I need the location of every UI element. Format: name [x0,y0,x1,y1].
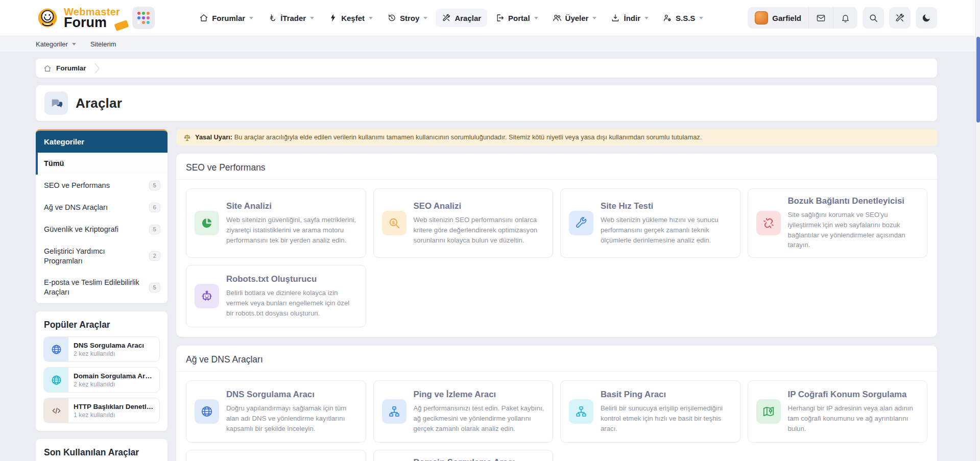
tool-card-site-analizi[interactable]: Site Analizi Web sitenizin güvenliğini, … [186,188,366,258]
popular-tools-panel: Popüler Araçlar DNS Sorgulama Aracı 2 ke… [36,311,168,431]
sitemap-icon [569,399,593,424]
users-icon [553,13,562,22]
popular-item-dns-sorgulama[interactable]: DNS Sorgulama Aracı 2 kez kullanıldı [43,336,160,362]
home-icon [199,13,208,22]
download-icon [611,13,620,22]
nav-item-uyeler[interactable]: Üyeler [546,9,603,27]
bolt-icon [328,13,338,22]
lira-icon [268,13,277,22]
search-button[interactable] [863,7,884,29]
username: Garfield [772,14,801,22]
divider [176,371,937,372]
scales-icon [183,134,191,141]
warning-label: Yasal Uyarı: [195,133,232,141]
avatar [755,11,768,25]
tool-card-bozuk-baglanti[interactable]: Bozuk Bağlantı Denetleyicisi Site sağlığ… [748,188,928,258]
seo-icon [382,211,407,235]
scrollbar-thumb[interactable] [976,37,980,123]
globe-icon [44,337,68,361]
apps-grid-icon [137,12,150,24]
scrollbar[interactable] [975,0,980,461]
sss-icon [663,13,672,22]
sidebar-item-guvenlik[interactable]: Güvenlik ve Kriptografi 5 [36,219,168,240]
breadcrumb: Forumlar [36,59,937,78]
recent-tools-title: Son Kullanılan Araçlar [44,447,159,458]
apps-grid-button[interactable] [132,7,155,29]
categories-panel: Kategoriler Tümü SEO ve Performans 5 [36,129,168,303]
popular-tools-title: Popüler Araçlar [44,320,159,330]
warning-text: Bu araçlar aracılığıyla elde edilen veri… [234,133,702,141]
moon-icon [921,13,931,23]
site-logo[interactable]: Webmaster Forum [36,6,120,30]
nav-item-araclar[interactable]: Araçlar [436,9,487,27]
popular-item-domain-sorgulama[interactable]: Domain Sorgulama Aracı 2 kez kullanıldı [43,367,160,393]
wrench-icon [569,211,593,235]
user-menu-button[interactable]: Garfield [748,7,808,29]
globe-icon [195,399,219,424]
history-icon [387,13,396,22]
tool-card-site-hiz-testi[interactable]: Site Hız Testi Web sitenizin yükleme hız… [560,188,740,258]
section-title: SEO ve Performans [186,162,927,173]
count-badge: 6 [149,203,160,212]
page-header: Araçlar [36,85,937,121]
tool-card-robots-txt[interactable]: Robots.txt Oluşturucu Belirli botlara ve… [186,265,366,327]
messages-button[interactable] [808,7,833,29]
unlink-icon [756,211,781,235]
count-badge: 5 [149,225,160,234]
nav-item-forumlar[interactable]: Forumlar [193,9,259,27]
tools-button[interactable] [889,7,911,29]
chevron-down-icon [72,43,76,45]
breadcrumb-separator-icon [94,62,100,75]
sidebar-item-eposta[interactable]: E-posta ve Teslim Edilebilirlik Araçları… [36,272,168,303]
chevron-down-icon [310,17,314,19]
popular-item-http-basliklari[interactable]: HTTP Başlıkları Denetleyicisi 1 kez kull… [43,398,160,423]
chevron-down-icon [423,17,427,19]
sitemap-icon [382,399,407,424]
chevron-down-icon [249,17,253,19]
notifications-button[interactable] [833,7,857,29]
code-icon [44,398,68,423]
breadcrumb-home-link[interactable]: Forumlar [56,64,86,72]
tool-card-ip-cografi[interactable]: IP Coğrafi Konum Sorgulama Herhangi bir … [748,380,928,443]
main-nav: Forumlar İTrader Keşfet Stroy [193,9,709,27]
tools-page-icon [44,91,68,115]
header: Webmaster Forum Forumlar İTrader Keşfet [0,0,980,36]
nav-item-portal[interactable]: Portal [489,9,544,27]
map-icon [756,399,781,424]
section-title: Ağ ve DNS Araçları [186,354,927,365]
tool-card-ping-izleme[interactable]: Ping ve İzleme Aracı Ağ performansınızı … [373,380,554,443]
page-title: Araçlar [76,95,122,111]
header-actions: Garfield [748,7,937,29]
nav-item-itrader[interactable]: İTrader [261,9,320,27]
tools-icon [895,13,905,23]
count-badge: 5 [149,181,160,190]
chevron-down-icon [699,17,703,19]
categories-dropdown[interactable]: Kategoriler [36,40,76,48]
dark-mode-button[interactable] [916,7,937,29]
tools-icon [442,13,451,22]
tool-card-dns-sorgulama[interactable]: DNS Sorgulama Aracı Doğru yapılandırmayı… [186,380,366,443]
logo-mascot-icon [36,6,59,30]
tool-card-seo-analizi[interactable]: SEO Analizi Web sitenizin SEO performans… [373,188,554,258]
nav-item-kesfet[interactable]: Keşfet [322,9,379,27]
count-badge: 5 [149,283,160,293]
nav-item-indir[interactable]: İndir [605,9,655,27]
tool-card-domain-sorgulama[interactable]: Domain Sorgulama Aracı Hızlı DNS yedekle… [373,450,554,461]
my-sites-link[interactable]: Sitelerim [90,40,116,48]
portal-icon [495,13,505,22]
legal-warning-banner: Yasal Uyarı: Bu araçlar aracılığıyla eld… [176,129,937,145]
sidebar-item-seo-performans[interactable]: SEO ve Performans 5 [36,175,168,197]
count-badge: 2 [149,251,160,261]
categories-panel-title: Kategoriler [36,131,168,153]
nav-item-sss[interactable]: S.S.S [657,9,709,27]
robot-icon [195,284,219,308]
sidebar-item-ag-dns[interactable]: Ağ ve DNS Araçları 6 [36,197,168,219]
tool-card-domain-whois[interactable]: Domain Whois Aracı Alan adı kayıt bilgil… [186,450,366,461]
sidebar-item-gelistirici[interactable]: Geliştirici Yardımcı Programları 2 [36,240,168,272]
sidebar-item-tumu[interactable]: Tümü [36,153,168,175]
tool-section: Ağ ve DNS Araçları DNS Sorgulama Aracı D… [176,346,937,461]
chevron-down-icon [534,17,538,19]
envelope-icon [816,13,826,23]
tool-card-basit-ping[interactable]: Basit Ping Aracı Belirli bir sunucuya er… [560,380,740,443]
nav-item-stroy[interactable]: Stroy [381,9,434,27]
